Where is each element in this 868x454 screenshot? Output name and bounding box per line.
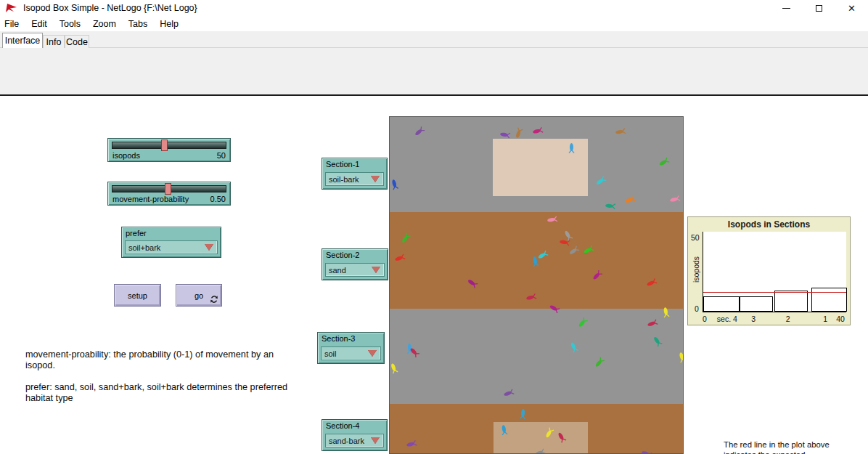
section-3-chooser[interactable]: Section-3 soil (317, 332, 385, 364)
isopod-agent (591, 269, 603, 282)
isopod-agent (531, 125, 544, 137)
isopod-agent (582, 244, 594, 256)
setup-button[interactable]: setup (114, 284, 161, 307)
isopod-agent (676, 351, 684, 363)
isopod-agent (466, 277, 478, 289)
chooser-title: Section-3 (322, 334, 355, 343)
close-button[interactable]: ✕ (835, 0, 868, 16)
isopod-agent (543, 427, 555, 439)
chooser-title: Section-1 (326, 160, 359, 169)
chooser-arrow-icon (371, 176, 380, 182)
tab-interface[interactable]: Interface (2, 33, 43, 48)
chooser-arrow-icon (368, 350, 377, 357)
netlogo-window: Isopod Box Simple - NetLogo {F:\Net Logo… (0, 0, 868, 454)
slider-label: movement-probability (112, 195, 189, 203)
interface-toolbar: Edit Delete + Add ▾abc Button ▼ normal s… (0, 48, 868, 94)
isopod-agent (660, 306, 672, 318)
isopod-agent (525, 291, 537, 304)
isopod-agent (546, 214, 558, 226)
isopod-agent (568, 341, 580, 353)
netlogo-logo-icon (6, 3, 17, 13)
menu-zoom[interactable]: Zoom (92, 17, 122, 31)
isopod-agent (389, 362, 400, 374)
minimize-icon (782, 8, 790, 9)
title-bar: Isopod Box Simple - NetLogo {F:\Net Logo… (0, 0, 868, 16)
isopod-agent (623, 194, 636, 206)
tab-info[interactable]: Info (43, 35, 65, 48)
section-1-chooser[interactable]: Section-1 soil-bark (322, 158, 388, 190)
minimize-button[interactable] (770, 0, 803, 16)
chooser-box[interactable]: sand (325, 263, 385, 277)
interface-canvas: isopods 50 movement-probability 0.50 pre… (0, 96, 868, 454)
chooser-value: soil+bark (128, 243, 205, 252)
chooser-box[interactable]: sand-bark (325, 434, 384, 447)
slider-label: isopods (112, 151, 140, 160)
y-axis-label: isopods (692, 254, 700, 285)
isopods-plot: Isopods in Sections 50 0 isopods 0sec. 4… (687, 216, 851, 325)
prefer-chooser[interactable]: prefer soil+bark (121, 227, 221, 258)
tab-bar: Interface Info Code (0, 31, 868, 48)
note-movement-probability: movement-proability: the probability (0-… (25, 349, 288, 372)
histogram-bar (703, 296, 740, 312)
chooser-box[interactable]: soil+bark (125, 240, 218, 254)
chooser-arrow-icon (372, 267, 380, 273)
slider-value: 0.50 (210, 195, 226, 203)
isopod-agent (565, 142, 578, 154)
world-canvas (390, 117, 683, 453)
forever-icon (210, 295, 218, 304)
slider-thumb[interactable] (161, 139, 168, 151)
histogram-bar (774, 291, 808, 312)
menu-edit[interactable]: Edit (30, 17, 53, 31)
histogram-bar (811, 288, 847, 312)
isopod-agent (393, 252, 406, 264)
isopods-slider[interactable]: isopods 50 (107, 138, 231, 162)
plot-area (703, 232, 846, 312)
menu-tabs[interactable]: Tabs (128, 17, 153, 31)
menu-file[interactable]: File (4, 17, 25, 31)
chooser-arrow-icon (205, 244, 213, 251)
isopod-agent (614, 126, 626, 138)
maximize-button[interactable] (803, 0, 835, 16)
movement-probability-slider[interactable]: movement-probability 0.50 (107, 182, 231, 206)
slider-value: 50 (217, 151, 226, 160)
isopod-agent (399, 232, 412, 245)
isopod-agent (568, 245, 580, 257)
expected-uniform-line (703, 292, 846, 293)
button-label: go (195, 291, 203, 300)
isopod-agent (604, 200, 616, 212)
isopod-agent (529, 255, 541, 267)
habitat-band (390, 309, 683, 404)
isopod-agent (555, 431, 568, 443)
isopod-agent (413, 126, 425, 138)
x-axis-tick: 2 (786, 315, 790, 323)
close-icon: ✕ (848, 4, 856, 13)
plot-title: Isopods in Sections (688, 219, 850, 230)
tab-code[interactable]: Code (65, 35, 89, 48)
slider-groove (112, 142, 226, 149)
maximize-icon (816, 5, 822, 12)
isopod-agent (658, 156, 670, 169)
histogram-bar (740, 296, 773, 312)
chooser-box[interactable]: soil (321, 346, 381, 360)
section-2-chooser[interactable]: Section-2 sand (322, 248, 388, 280)
isopod-agent (645, 277, 658, 289)
isopod-agent (405, 438, 417, 450)
x-axis-tick: 0 (703, 315, 707, 323)
go-button[interactable]: go (176, 284, 222, 307)
menu-tools[interactable]: Tools (59, 17, 86, 31)
section-4-chooser[interactable]: Section-4 sand-bark (322, 419, 388, 451)
chooser-value: sand-bark (329, 437, 371, 445)
plot-note-text: The red line in the plot above indicates… (724, 440, 831, 454)
menu-help[interactable]: Help (159, 17, 184, 31)
button-label: setup (128, 291, 147, 300)
chooser-title: Section-2 (326, 251, 359, 259)
note-prefer: prefer: sand, soil, sand+bark, soil+bark… (25, 382, 288, 405)
chooser-title: prefer (126, 229, 147, 238)
isopod-agent (389, 178, 401, 190)
chooser-box[interactable]: soil-bark (325, 172, 384, 186)
isopod-agent (594, 175, 607, 187)
chooser-value: soil (324, 349, 368, 358)
isopod-agent (533, 447, 546, 454)
isopod-agent (517, 408, 529, 420)
slider-thumb[interactable] (165, 183, 171, 195)
